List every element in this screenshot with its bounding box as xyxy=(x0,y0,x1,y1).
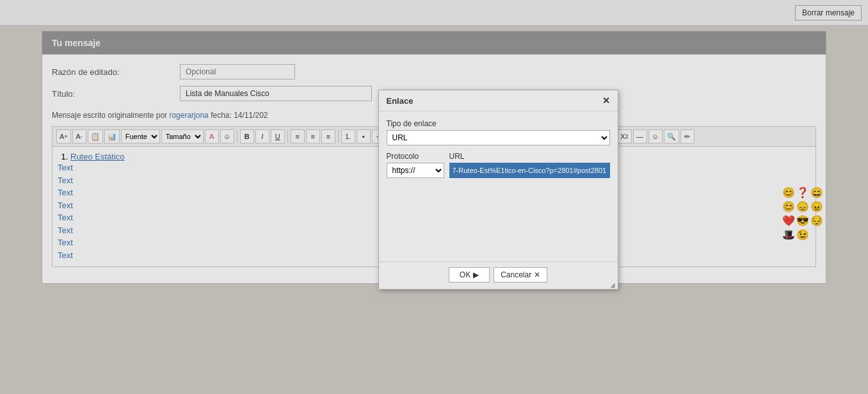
modal-body: Tipo de enlace URL Anchor en esta página… xyxy=(379,111,618,261)
enlace-modal: Enlace ✕ Tipo de enlace URL Anchor en es… xyxy=(378,90,618,290)
protocolo-select[interactable]: https:// http:// ftp:// news:// other xyxy=(387,163,444,178)
modal-title: Enlace xyxy=(387,96,414,106)
cancel-button[interactable]: Cancelar ✕ xyxy=(494,267,547,283)
url-input[interactable] xyxy=(449,163,610,178)
modal-header: Enlace ✕ xyxy=(379,90,618,111)
tipo-enlace-label: Tipo de enlace xyxy=(387,119,610,128)
protocolo-label: Protocolo xyxy=(387,152,444,161)
ok-button[interactable]: OK ▶ xyxy=(449,267,490,283)
tipo-enlace-select[interactable]: URL Anchor en esta página Email xyxy=(387,130,610,145)
modal-content-area xyxy=(387,185,610,249)
modal-footer: OK ▶ Cancelar ✕ xyxy=(379,261,618,289)
protocol-url-row: Protocolo https:// http:// ftp:// news:/… xyxy=(387,152,610,178)
protocolo-group: Protocolo https:// http:// ftp:// news:/… xyxy=(387,152,444,178)
url-group: URL xyxy=(449,152,610,178)
modal-close-button[interactable]: ✕ xyxy=(602,95,610,106)
resize-handle[interactable]: ◢ xyxy=(610,281,618,289)
url-label: URL xyxy=(449,152,610,161)
tipo-enlace-group: Tipo de enlace URL Anchor en esta página… xyxy=(387,119,610,145)
modal-overlay: Enlace ✕ Tipo de enlace URL Anchor en es… xyxy=(0,0,868,394)
